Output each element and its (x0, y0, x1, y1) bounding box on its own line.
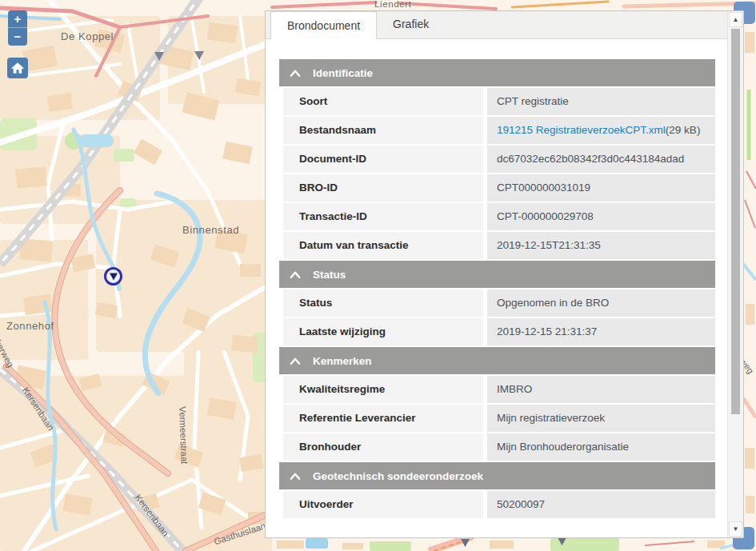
row-label: Laatste wijziging (283, 318, 483, 345)
tab-brondocument[interactable]: Brondocument (270, 11, 377, 39)
chevron-up-icon (290, 271, 301, 278)
row-label: Document-ID (283, 146, 483, 173)
row-label: Uitvoerder (283, 491, 483, 518)
marker-triangle-icon (110, 274, 118, 281)
row-label: Datum van transactie (283, 232, 483, 259)
table-row: StatusOpgenomen in de BRO (283, 289, 715, 317)
section-rows: SoortCPT registratieBestandsnaam191215 R… (283, 88, 715, 259)
row-label: Transactie-ID (283, 203, 483, 230)
row-label: Kwaliteitsregime (283, 376, 483, 403)
row-value: Mijn registratieverzoek (487, 405, 715, 432)
table-row: Uitvoerder50200097 (283, 491, 715, 518)
cpt-location-marker[interactable] (104, 267, 122, 285)
row-label: Bronhouder (283, 433, 483, 461)
row-value: Mijn Bronhouderorganisatie (487, 433, 715, 461)
table-row: Laatste wijziging2019-12-15 21:31:37 (283, 318, 715, 345)
section-rows: Uitvoerder50200097 (283, 491, 715, 518)
table-row: Transactie-IDCPT-000000029708 (283, 203, 715, 230)
file-link[interactable]: 191215 RegistratieverzoekCPT.xml (497, 123, 666, 138)
chevron-up-icon (290, 473, 301, 480)
tab-bar: BrondocumentGrafiek (266, 11, 743, 39)
table-row: SoortCPT registratie (283, 88, 715, 115)
table-row: Datum van transactie2019-12-15T21:31:35 (283, 232, 715, 259)
row-label: Bestandsnaam (283, 117, 483, 144)
row-value: dc67032ec62b08342f3d0c443184adad (487, 146, 715, 173)
scrollbar-thumb[interactable] (731, 29, 740, 414)
section-kenmerken: KenmerkenKwaliteitsregimeIMBROReferentie… (279, 347, 715, 461)
table-row: KwaliteitsregimeIMBRO (283, 376, 715, 403)
section-geotechnisch-sondeeronderzoek: Geotechnisch sondeeronderzoekUitvoerder5… (279, 462, 715, 518)
panel-content: IdentificatieSoortCPT registratieBestand… (266, 39, 727, 537)
table-row: Referentie LeverancierMijn registratieve… (283, 405, 715, 432)
file-size-text: (29 kB) (666, 123, 701, 138)
map-zoom-control: + − (8, 10, 27, 46)
section-header[interactable]: Geotechnisch sondeeronderzoek (279, 462, 715, 489)
tab-grafiek[interactable]: Grafiek (377, 11, 445, 38)
zoom-in-button[interactable]: + (8, 10, 27, 28)
row-value: CPT000000031019 (487, 174, 715, 202)
row-label: BRO-ID (283, 174, 483, 202)
application-window: LiendertDe KoppelBinnenstadZonnehofkerwe… (0, 0, 756, 551)
section-header[interactable]: Kenmerken (279, 347, 715, 374)
row-label: Soort (283, 88, 483, 115)
row-value: CPT-000000029708 (487, 203, 715, 230)
row-label: Status (283, 289, 483, 317)
row-value: 2019-12-15 21:31:37 (487, 318, 715, 345)
row-value: 191215 RegistratieverzoekCPT.xml (29 kB) (487, 117, 715, 144)
home-button[interactable] (7, 58, 28, 78)
home-icon (10, 62, 25, 74)
panel-scrollbar[interactable]: ▲ ▼ (727, 11, 743, 537)
chevron-up-icon (290, 70, 301, 77)
row-value: IMBRO (487, 376, 715, 403)
row-value: CPT registratie (487, 88, 715, 115)
section-title: Status (313, 269, 346, 281)
section-header[interactable]: Identificatie (279, 59, 715, 86)
chevron-up-icon (290, 357, 301, 365)
section-rows: KwaliteitsregimeIMBROReferentie Leveranc… (283, 376, 715, 461)
table-row: BronhouderMijn Bronhouderorganisatie (283, 433, 715, 461)
section-title: Geotechnisch sondeeronderzoek (313, 470, 483, 482)
scroll-up-button[interactable]: ▲ (729, 12, 742, 27)
scroll-down-button[interactable]: ▼ (729, 521, 742, 537)
row-value: Opgenomen in de BRO (487, 289, 715, 317)
row-label: Referentie Leverancier (283, 405, 483, 432)
table-row: Bestandsnaam191215 RegistratieverzoekCPT… (283, 117, 715, 144)
row-value: 2019-12-15T21:31:35 (487, 232, 715, 259)
table-row: Document-IDdc67032ec62b08342f3d0c443184a… (283, 146, 715, 173)
section-status: StatusStatusOpgenomen in de BROLaatste w… (279, 261, 715, 345)
table-row: BRO-IDCPT000000031019 (283, 174, 715, 202)
section-title: Identificatie (313, 67, 373, 79)
section-identificatie: IdentificatieSoortCPT registratieBestand… (279, 59, 715, 259)
section-rows: StatusOpgenomen in de BROLaatste wijzigi… (283, 289, 715, 345)
section-title: Kenmerken (313, 355, 372, 367)
section-header[interactable]: Status (279, 261, 715, 288)
row-value: 50200097 (487, 491, 715, 518)
detail-panel: BrondocumentGrafiek IdentificatieSoortCP… (265, 10, 744, 538)
zoom-out-button[interactable]: − (8, 28, 27, 46)
